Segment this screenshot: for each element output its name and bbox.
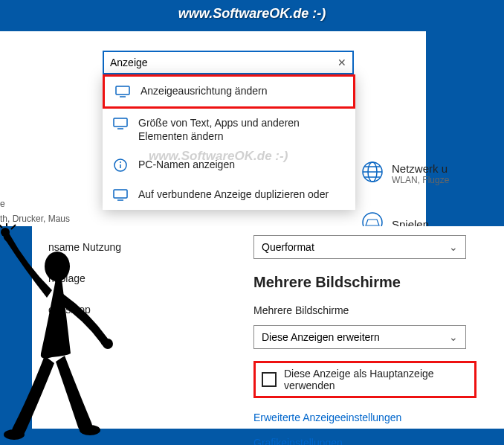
multiple-displays-select[interactable]: Diese Anzeigen erweitern ⌄ — [253, 325, 466, 349]
search-result-label: PC-Namen anzeigen — [138, 158, 235, 171]
svg-point-20 — [4, 429, 25, 440]
multiple-displays-label: Mehrere Bildschirme — [253, 304, 497, 316]
svg-point-17 — [45, 252, 70, 281]
svg-point-19 — [103, 339, 113, 349]
svg-point-18 — [1, 228, 10, 237]
svg-rect-2 — [116, 86, 129, 95]
category-title: Netzwerk u — [392, 162, 449, 175]
search-result-orientation[interactable]: Anzeigeausrichtung ändern — [103, 74, 355, 109]
chevron-down-icon: ⌄ — [449, 241, 458, 253]
search-result-scaling[interactable]: Größe von Text, Apps und anderen Element… — [103, 109, 355, 150]
monitor-icon — [113, 188, 128, 202]
clear-search-icon[interactable]: ✕ — [337, 57, 346, 68]
left-category-subtitle-partial: th, Drucker, Maus — [0, 214, 70, 224]
monitor-icon — [115, 84, 130, 99]
category-network[interactable]: Netzwerk u WLAN, Flugze — [361, 160, 449, 187]
search-result-duplicate[interactable]: Auf verbundene Anzeige duplizieren oder — [103, 180, 355, 210]
search-result-pcname[interactable]: PC-Namen anzeigen — [103, 150, 355, 180]
section-multiple-displays: Mehrere Bildschirme — [253, 274, 497, 291]
category-subtitle: WLAN, Flugze — [392, 175, 449, 185]
globe-icon — [361, 160, 384, 187]
orientation-select[interactable]: Querformat ⌄ — [253, 235, 466, 259]
search-result-label: Anzeigeausrichtung ändern — [140, 84, 267, 97]
header-url: www.SoftwareOK.de :-) — [178, 6, 326, 22]
checkbox-icon[interactable] — [262, 372, 277, 387]
stickman-figure — [0, 223, 130, 445]
chevron-down-icon: ⌄ — [449, 331, 458, 343]
search-result-label: Auf verbundene Anzeige duplizieren oder — [138, 188, 329, 201]
bg-right-bar — [426, 31, 504, 226]
info-icon — [113, 158, 128, 173]
monitor-icon — [113, 116, 128, 131]
svg-line-24 — [11, 225, 16, 229]
search-input[interactable] — [110, 57, 337, 68]
orientation-value: Querformat — [262, 241, 314, 253]
svg-point-21 — [80, 425, 100, 435]
left-category-title-partial: e — [0, 199, 5, 209]
search-results-dropdown: Anzeigeausrichtung ändern Größe von Text… — [103, 74, 355, 210]
main-display-label: Diese Anzeige als Hauptanzeige verwenden — [284, 368, 468, 391]
svg-rect-9 — [114, 190, 127, 198]
svg-point-7 — [120, 161, 121, 163]
svg-rect-4 — [114, 118, 127, 127]
main-display-checkbox-row[interactable]: Diese Anzeige als Hauptanzeige verwenden — [253, 361, 476, 398]
multiple-displays-value: Diese Anzeigen erweitern — [262, 331, 380, 343]
graphics-settings-link[interactable]: Grafikeinstellungen — [253, 437, 497, 445]
search-result-label: Größe von Text, Apps und anderen Element… — [138, 116, 345, 143]
advanced-display-link[interactable]: Erweiterte Anzeigeeinstellungen — [253, 412, 497, 423]
svg-line-22 — [0, 223, 2, 228]
settings-search-box[interactable]: ✕ — [103, 51, 354, 74]
